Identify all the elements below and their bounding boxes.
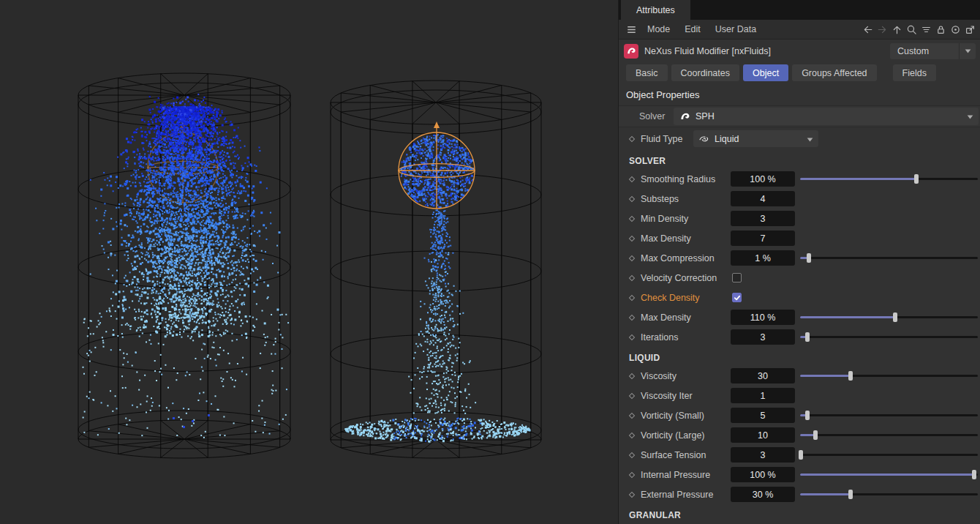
back-arrow-icon[interactable] xyxy=(861,23,874,36)
wave-icon xyxy=(679,111,691,122)
param-row-external-pressure: External Pressure30 % xyxy=(619,484,980,504)
tab-object[interactable]: Object xyxy=(743,64,788,81)
slider-fill xyxy=(800,474,974,476)
smoothing-radius-slider[interactable] xyxy=(800,174,978,184)
slider-handle[interactable] xyxy=(893,312,897,322)
viscosity-slider[interactable] xyxy=(800,371,978,381)
smoothing-radius-value-field[interactable]: 100 % xyxy=(731,171,795,187)
diamond-bullet xyxy=(629,235,635,241)
iterations-slider[interactable] xyxy=(800,332,978,342)
popout-icon[interactable] xyxy=(963,23,976,36)
slider-track xyxy=(800,336,978,338)
diamond-bullet xyxy=(629,135,635,141)
filter-icon[interactable] xyxy=(919,23,932,36)
slider-handle[interactable] xyxy=(914,174,919,184)
slider-handle[interactable] xyxy=(972,470,976,479)
velocity-correction-checkbox[interactable] xyxy=(732,273,742,282)
menu-icon-strip xyxy=(861,23,976,36)
viscosity-iter-value-field[interactable]: 1 xyxy=(731,388,795,403)
viscosity-value-field[interactable]: 30 xyxy=(731,368,795,383)
check-density-label: Check Density xyxy=(641,293,700,303)
menu-mode[interactable]: Mode xyxy=(640,24,677,34)
object-title-row: NeXus Fluid Modifier [nxFluids] Custom xyxy=(619,40,980,62)
viewport-canvas[interactable] xyxy=(0,0,618,524)
external-pressure-value-field[interactable]: 30 % xyxy=(731,487,795,502)
param-row-viscosity-iter: Viscosity Iter1 xyxy=(619,386,980,405)
panel-tab-bar: Attributes xyxy=(619,0,980,20)
max-compression-value-field[interactable]: 1 % xyxy=(731,250,795,266)
slider-handle[interactable] xyxy=(848,371,853,381)
vorticity-small-label: Vorticity (Small) xyxy=(641,411,704,421)
smoothing-radius-label: Smoothing Radius xyxy=(641,174,715,184)
target-icon[interactable] xyxy=(949,23,962,36)
diamond-bullet xyxy=(629,195,635,201)
viewport-3d[interactable] xyxy=(0,0,618,524)
vorticity-small-slider[interactable] xyxy=(800,411,978,420)
param-row-max-density: Max Density110 % xyxy=(619,307,980,327)
diamond-bullet xyxy=(629,255,635,261)
diamond-bullet xyxy=(629,491,635,497)
menu-edit[interactable]: Edit xyxy=(677,24,708,34)
fluid-type-dropdown[interactable]: Liquid xyxy=(693,130,818,147)
vorticity-large-value-field[interactable]: 10 xyxy=(731,427,795,443)
app-window: Attributes ModeEditUser Data NeXus Fluid… xyxy=(0,0,980,524)
slider-handle[interactable] xyxy=(799,450,803,460)
slider-handle[interactable] xyxy=(805,411,810,420)
surface-tension-label: Surface Tension xyxy=(641,450,706,460)
preset-dropdown[interactable]: Custom xyxy=(890,43,976,59)
diamond-bullet xyxy=(629,274,635,280)
internal-pressure-value-field[interactable]: 100 % xyxy=(731,467,795,482)
diamond-bullet xyxy=(629,412,635,418)
max-compression-slider[interactable] xyxy=(800,253,978,263)
solver-dropdown[interactable]: SPH xyxy=(674,108,979,125)
param-row-smoothing-radius: Smoothing Radius100 % xyxy=(619,169,980,189)
slider-handle[interactable] xyxy=(805,332,810,342)
chevron-down-icon xyxy=(807,134,813,144)
max-density-value-field[interactable]: 7 xyxy=(731,231,795,246)
external-pressure-slider[interactable] xyxy=(800,490,978,499)
min-density-value-field[interactable]: 3 xyxy=(731,211,795,226)
diamond-bullet xyxy=(629,432,635,438)
tab-coordinates[interactable]: Coordinates xyxy=(671,64,739,81)
param-row-max-compression: Max Compression1 % xyxy=(619,248,980,268)
surface-tension-value-field[interactable]: 3 xyxy=(731,447,795,463)
tab-groups-affected[interactable]: Groups Affected xyxy=(792,64,876,81)
chevron-down-icon[interactable] xyxy=(959,43,976,59)
surface-tension-slider[interactable] xyxy=(800,450,978,460)
lock-icon[interactable] xyxy=(934,23,947,36)
velocity-correction-label: Velocity Correction xyxy=(641,273,717,283)
tab-attributes[interactable]: Attributes xyxy=(621,0,690,20)
substeps-label: Substeps xyxy=(641,194,679,204)
vorticity-large-slider[interactable] xyxy=(800,430,978,440)
up-arrow-icon[interactable] xyxy=(890,23,903,36)
search-icon[interactable] xyxy=(905,23,918,36)
max-density-label: Max Density xyxy=(641,233,691,244)
slider-track xyxy=(800,434,978,436)
object-title: NeXus Fluid Modifier [nxFluids] xyxy=(644,46,771,56)
iterations-value-field[interactable]: 3 xyxy=(731,329,795,345)
max-density-slider[interactable] xyxy=(800,312,978,322)
internal-pressure-slider[interactable] xyxy=(800,470,978,479)
slider-fill xyxy=(800,316,895,318)
slider-handle[interactable] xyxy=(813,430,818,440)
external-pressure-label: External Pressure xyxy=(641,490,713,500)
hamburger-menu-icon[interactable] xyxy=(624,23,638,36)
slider-handle[interactable] xyxy=(807,253,811,263)
param-row-vorticity-large: Vorticity (Large)10 xyxy=(619,425,980,445)
object-properties-header: Object Properties xyxy=(619,83,980,106)
menu-user-data[interactable]: User Data xyxy=(708,24,764,34)
tab-basic[interactable]: Basic xyxy=(626,64,668,81)
fluid-type-value: Liquid xyxy=(715,134,739,144)
tab-fields[interactable]: Fields xyxy=(893,64,936,81)
menu-items: ModeEditUser Data xyxy=(640,24,764,34)
nexus-logo-icon xyxy=(624,44,638,59)
substeps-value-field[interactable]: 4 xyxy=(731,191,795,206)
check-density-checkbox[interactable] xyxy=(732,293,742,302)
max-density-value-field[interactable]: 110 % xyxy=(731,310,795,325)
forward-arrow-icon[interactable] xyxy=(875,23,889,36)
liquid-swirl-icon xyxy=(698,133,710,145)
vorticity-small-value-field[interactable]: 5 xyxy=(731,408,795,423)
param-row-viscosity: Viscosity30 xyxy=(619,366,980,386)
slider-handle[interactable] xyxy=(848,490,853,499)
attributes-panel: Attributes ModeEditUser Data NeXus Fluid… xyxy=(618,0,980,524)
